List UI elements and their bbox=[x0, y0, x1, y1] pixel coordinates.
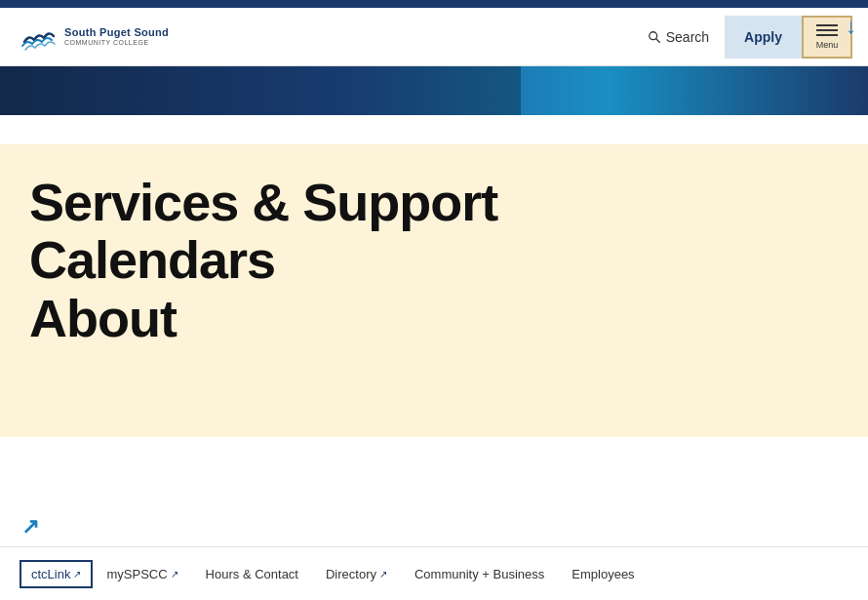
nav-ctclink[interactable]: ctcLink ↗ bbox=[20, 560, 93, 588]
nav-hours-contact[interactable]: Hours & Contact bbox=[192, 567, 312, 581]
search-label: Search bbox=[666, 29, 709, 45]
main-content-section: Services & Support Calendars About bbox=[0, 144, 868, 437]
menu-label: Menu bbox=[816, 40, 839, 50]
nav-directory-label: Directory bbox=[326, 567, 376, 581]
nav-hours-label: Hours & Contact bbox=[206, 567, 298, 581]
nav-employees[interactable]: Employees bbox=[558, 567, 648, 581]
nav-ctclink-label: ctcLink bbox=[31, 567, 70, 581]
nav-directory[interactable]: Directory ↗ bbox=[312, 567, 401, 581]
logo-text: South Puget Sound Community College bbox=[64, 26, 169, 48]
site-header: South Puget Sound Community College Sear… bbox=[0, 8, 868, 66]
ctclink-external-icon: ↗ bbox=[73, 569, 81, 580]
nav-community-business[interactable]: Community + Business bbox=[401, 567, 558, 581]
header-actions: Search Apply Menu bbox=[632, 16, 852, 59]
highlight-arrow: ↗ bbox=[21, 514, 39, 540]
hero-image bbox=[0, 66, 868, 115]
main-heading: Services & Support Calendars About bbox=[29, 174, 839, 347]
nav-myspscc[interactable]: mySPSCC ↗ bbox=[93, 567, 191, 581]
logo-main-name: South Puget Sound bbox=[64, 26, 169, 39]
search-icon bbox=[648, 30, 661, 44]
logo[interactable]: South Puget Sound Community College bbox=[20, 22, 169, 52]
myspscc-external-icon: ↗ bbox=[171, 569, 178, 580]
logo-sub-name: Community College bbox=[64, 39, 169, 47]
apply-button[interactable]: Apply bbox=[725, 16, 802, 59]
nav-employees-label: Employees bbox=[572, 567, 634, 581]
menu-bar-2 bbox=[816, 29, 838, 31]
heading-line-2: Calendars bbox=[29, 230, 275, 289]
search-button[interactable]: Search bbox=[632, 21, 725, 53]
heading-line-1: Services & Support bbox=[29, 173, 497, 231]
nav-community-label: Community + Business bbox=[414, 567, 544, 581]
svg-line-1 bbox=[656, 38, 660, 42]
menu-bar-1 bbox=[816, 24, 838, 26]
scroll-down-arrow: ↓ bbox=[846, 14, 856, 39]
spacer bbox=[0, 115, 868, 144]
heading-line-3: About bbox=[29, 289, 177, 347]
logo-icon bbox=[20, 22, 59, 52]
nav-myspscc-label: mySPSCC bbox=[106, 567, 167, 581]
menu-bar-3 bbox=[816, 34, 838, 36]
directory-external-icon: ↗ bbox=[379, 569, 387, 580]
bottom-nav: ctcLink ↗ mySPSCC ↗ Hours & Contact Dire… bbox=[0, 546, 868, 600]
top-bar bbox=[0, 0, 868, 8]
